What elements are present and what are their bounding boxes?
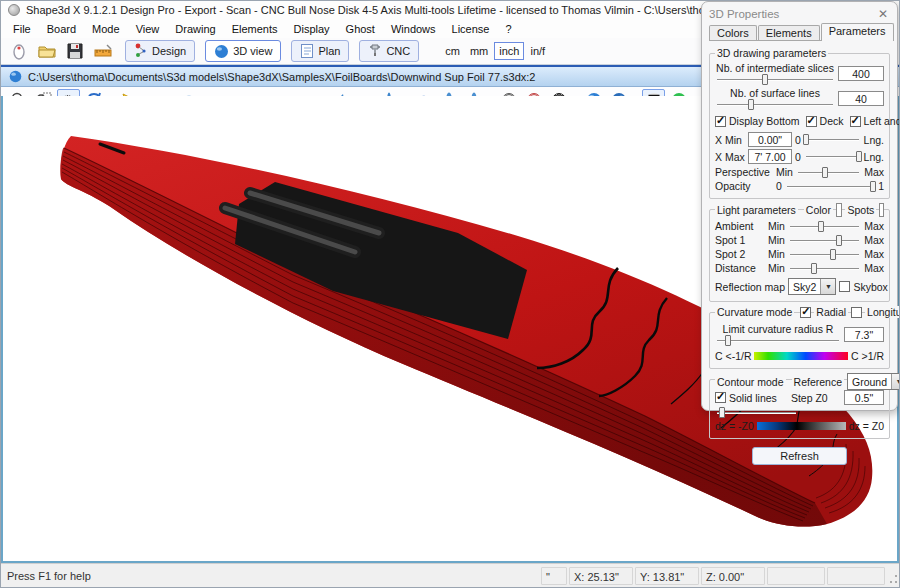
menu-mode[interactable]: Mode [84, 21, 128, 37]
close-icon[interactable]: ✕ [876, 7, 890, 21]
view3d-button-label: 3D view [233, 45, 272, 57]
reflection-map-dropdown[interactable]: Sky2 ▼ [788, 278, 836, 295]
surface-lines-value-field[interactable]: 40 [838, 91, 884, 106]
reflection-map-value: Sky2 [789, 281, 820, 293]
dz-pos-label: dz = Z0 [849, 420, 884, 432]
perspective-max-label: Max [864, 166, 884, 178]
plan-button[interactable]: Plan [291, 40, 349, 62]
radial-checkbox[interactable] [800, 307, 811, 318]
curvature-radius-value-field[interactable]: 7.3" [844, 327, 884, 342]
min-label: Min [768, 220, 785, 232]
distance-slider[interactable] [788, 263, 861, 274]
opacity-slider[interactable] [785, 181, 875, 192]
document-sphere-icon [9, 70, 22, 83]
tab-elements[interactable]: Elements [758, 25, 820, 40]
reference-dropdown[interactable]: Ground ▼ [847, 373, 900, 390]
ambient-slider[interactable] [788, 221, 861, 232]
sphere-icon [214, 44, 229, 59]
menu-help[interactable]: ? [497, 21, 519, 37]
menu-file[interactable]: File [5, 21, 39, 37]
xmax-zero-label: 0 [795, 151, 801, 163]
unit-inch[interactable]: inch [494, 42, 524, 60]
spot2-label: Spot 2 [715, 248, 765, 260]
longitudinal-checkbox[interactable] [851, 307, 862, 318]
panel-3d-properties: 3D Properties ✕ Colors Elements Paramete… [701, 1, 898, 411]
left-right-label: Left and Right [864, 115, 900, 127]
deck-checkbox[interactable] [806, 116, 817, 127]
tab-colors[interactable]: Colors [709, 25, 757, 40]
spots-color-swatch[interactable] [879, 203, 884, 217]
group-3d-drawing-parameters: 3D drawing parameters Nb. of intermediat… [709, 53, 890, 199]
unit-inf[interactable]: in/f [526, 43, 549, 59]
dz-neg-label: dz = -Z0 [715, 420, 754, 432]
menu-windows[interactable]: Windows [383, 21, 444, 37]
xmin-lng-label: Lng. [864, 134, 884, 146]
panel-tabs: Colors Elements Parameters [709, 23, 890, 41]
surface-lines-slider[interactable] [715, 99, 835, 110]
menu-display[interactable]: Display [286, 21, 338, 37]
light-spots-label: Spots [845, 204, 876, 216]
spot2-slider[interactable] [788, 249, 861, 260]
xmin-slider[interactable] [804, 134, 861, 145]
display-bottom-checkbox[interactable] [715, 116, 726, 127]
new-board-icon[interactable] [7, 40, 31, 62]
view3d-button[interactable]: 3D view [205, 40, 281, 62]
unit-cm[interactable]: cm [441, 43, 464, 59]
resize-grip[interactable] [887, 567, 899, 585]
refresh-button[interactable]: Refresh [752, 447, 847, 465]
max-label: Max [864, 248, 884, 260]
design-button[interactable]: Design [125, 40, 195, 62]
slices-value-field[interactable]: 400 [838, 66, 884, 81]
display-bottom-label: Display Bottom [729, 115, 800, 127]
menu-board[interactable]: Board [39, 21, 84, 37]
unit-mm[interactable]: mm [466, 43, 492, 59]
solid-lines-checkbox[interactable] [715, 392, 726, 403]
menu-ghost[interactable]: Ghost [338, 21, 383, 37]
design-icon [134, 43, 148, 59]
curvature-radius-slider[interactable] [715, 335, 841, 346]
menu-elements[interactable]: Elements [224, 21, 286, 37]
spot1-slider[interactable] [788, 235, 861, 246]
step-z0-label: Step Z0 [791, 392, 828, 404]
skybox-label: Skybox [853, 281, 887, 293]
cnc-icon [368, 43, 382, 59]
group-light-parameters: Light parameters Color Spots Ambient Min… [709, 209, 890, 302]
reference-value: Ground [848, 376, 891, 388]
perspective-label: Perspective [715, 166, 773, 178]
plan-button-label: Plan [318, 45, 340, 57]
save-file-icon[interactable] [63, 40, 87, 62]
skybox-checkbox[interactable] [839, 281, 850, 292]
status-z-coordinate: Z: 0.00" [701, 567, 765, 585]
xmin-zero-label: 0 [795, 134, 801, 146]
light-color-label: Color [804, 204, 833, 216]
light-color-swatch[interactable] [836, 203, 843, 217]
group-legend: Curvature mode [715, 306, 794, 318]
xmax-slider[interactable] [804, 151, 861, 162]
menu-view[interactable]: View [128, 21, 168, 37]
left-right-checkbox[interactable] [850, 116, 861, 127]
status-x-coordinate: X: 25.13" [569, 567, 633, 585]
tab-parameters[interactable]: Parameters [821, 23, 894, 41]
group-legend: 3D drawing parameters [715, 47, 828, 59]
menu-license[interactable]: License [444, 21, 498, 37]
plan-icon [300, 43, 314, 59]
document-title: C:\Users\thoma\Documents\S3d models\Shap… [28, 71, 535, 83]
open-file-icon[interactable] [35, 40, 59, 62]
xmin-value-field[interactable]: 0.00" [748, 132, 792, 147]
unit-selector: cm mm inch in/f [441, 42, 549, 60]
spot1-label: Spot 1 [715, 234, 765, 246]
solid-lines-label: Solid lines [729, 392, 777, 404]
step-z0-slider[interactable] [715, 407, 798, 418]
xmax-value-field[interactable]: 7' 7.00 [748, 149, 792, 164]
cnc-button[interactable]: CNC [359, 40, 419, 62]
menu-drawing[interactable]: Drawing [167, 21, 223, 37]
perspective-slider[interactable] [796, 167, 861, 178]
scan-tool-icon[interactable] [91, 40, 115, 62]
chevron-down-icon: ▼ [891, 374, 900, 389]
opacity-zero-label: 0 [776, 180, 782, 192]
slices-slider[interactable] [715, 74, 835, 85]
xmin-label: X Min [715, 134, 745, 146]
curvature-gradient-bar [754, 352, 848, 360]
group-legend: Contour mode [715, 376, 786, 388]
step-z0-value-field[interactable]: 0.5" [844, 390, 884, 405]
